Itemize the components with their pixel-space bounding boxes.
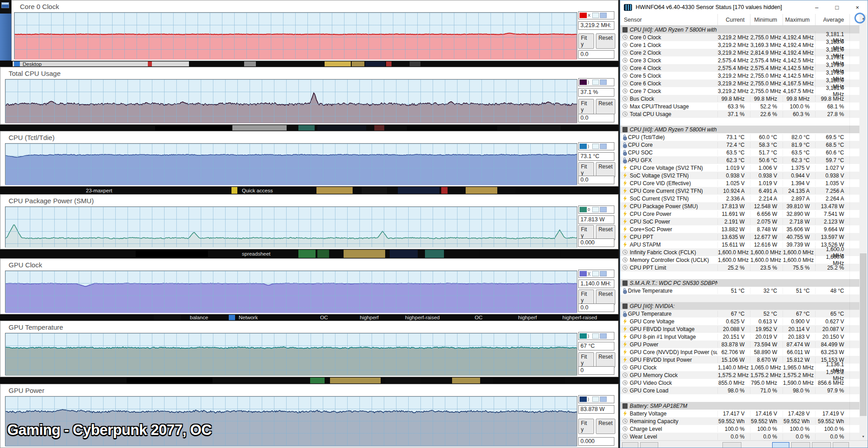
scroll-down-button[interactable]: ▼ bbox=[859, 433, 867, 440]
sensor-row[interactable]: CPU Core Voltage (SVI2 TFN)1.019 V1.006 … bbox=[620, 164, 860, 172]
sensor-row[interactable]: CPU Core VID (Effective)1.025 V1.019 V1.… bbox=[620, 179, 860, 187]
series-color-swatch[interactable] bbox=[580, 144, 587, 149]
reset-button[interactable]: Reset bbox=[596, 419, 615, 434]
sensor-row[interactable]: Memory Controller Clock (UCLK)1,600.0 MH… bbox=[620, 256, 860, 264]
sensor-row[interactable]: Remaining Capacity59.552 Wh59.552 Wh59.5… bbox=[620, 417, 860, 425]
grid-color-swatch[interactable] bbox=[600, 13, 607, 18]
sensor-row[interactable]: GPU Power83.878 W73.594 W87.474 W84.499 … bbox=[620, 341, 860, 348]
column-header-average[interactable]: Average bbox=[815, 14, 849, 25]
section-header-row[interactable]: Battery: SMP AP18E7M bbox=[620, 402, 860, 410]
sensor-row[interactable]: CPU SOC63.5 °C51.7 °C63.5 °C60.6 °C bbox=[620, 149, 860, 156]
sensor-row[interactable]: APU GFX62.3 °C50.6 °C62.3 °C59.7 °C bbox=[620, 156, 860, 164]
sensor-row[interactable]: Total CPU Usage37.1 %22.6 %60.3 %27.8 % bbox=[620, 110, 860, 118]
series-color-swatch[interactable] bbox=[580, 207, 587, 212]
sensor-row[interactable]: GPU Core Load98.0 %71.0 %98.0 %97.9 % bbox=[620, 387, 860, 394]
fit-y-button[interactable]: Fit y bbox=[578, 352, 594, 368]
background-color-swatch[interactable] bbox=[592, 397, 599, 402]
graph-legend[interactable]: ) bbox=[578, 142, 614, 150]
grid-color-swatch[interactable] bbox=[600, 271, 607, 276]
scroll-thumb[interactable] bbox=[860, 253, 867, 416]
sensor-row[interactable]: CPU Core72.4 °C58.3 °C81.9 °C68.5 °C bbox=[620, 141, 860, 149]
series-color-swatch[interactable] bbox=[580, 333, 587, 339]
close-button[interactable]: × bbox=[847, 0, 868, 14]
series-color-swatch[interactable] bbox=[580, 271, 587, 276]
fit-y-button[interactable]: Fit y bbox=[578, 162, 594, 177]
minimize-button[interactable]: – bbox=[807, 0, 827, 14]
background-color-swatch[interactable] bbox=[592, 207, 599, 212]
background-color-swatch[interactable] bbox=[592, 144, 599, 149]
background-color-swatch[interactable] bbox=[592, 271, 599, 276]
sensor-row[interactable]: Max CPU/Thread Usage63.3 %52.2 %100.0 %6… bbox=[620, 103, 860, 110]
background-color-swatch[interactable] bbox=[592, 13, 599, 18]
grid-color-swatch[interactable] bbox=[600, 397, 607, 402]
sensor-row[interactable]: GPU Video Clock855.0 MHz795.0 MHz1,590.0… bbox=[620, 379, 860, 387]
reset-button[interactable]: Reset bbox=[596, 33, 615, 49]
sensor-row[interactable]: CPU (Tctl/Tdie)73.1 °C60.0 °C82.0 °C69.5… bbox=[620, 133, 860, 141]
sensor-row[interactable]: Core 7 Clock3,219.2 MHz2,755.0 MHz4,167.… bbox=[620, 87, 860, 95]
graph-legend[interactable]: )( bbox=[578, 270, 614, 278]
sensor-name-cell: CPU Package Power (SMU) bbox=[620, 203, 717, 210]
sensor-row[interactable]: GPU Temperature67 °C52 °C67 °C65 °C bbox=[620, 310, 860, 317]
fit-y-button[interactable]: Fit y bbox=[578, 419, 594, 434]
reset-button[interactable]: Reset bbox=[596, 352, 615, 368]
reset-button[interactable]: Reset bbox=[596, 99, 615, 114]
graph-legend[interactable]: ) bbox=[578, 332, 614, 340]
reset-button[interactable]: Reset bbox=[596, 289, 615, 305]
sensor-row[interactable]: GPU FBVDD Input Voltage20.088 V19.952 V2… bbox=[620, 325, 860, 333]
toolbar-button[interactable] bbox=[791, 442, 810, 448]
sensor-row[interactable]: GPU Memory Clock1,575.2 MHz1,575.2 MHz1,… bbox=[620, 371, 860, 379]
toolbar-button[interactable] bbox=[772, 442, 789, 448]
sensor-row[interactable]: Bus Clock99.8 MHz99.8 MHz99.8 MHz99.8 MH… bbox=[620, 95, 860, 103]
graph-legend[interactable]: ) bbox=[578, 395, 614, 403]
toolbar-button[interactable] bbox=[812, 442, 831, 448]
fit-y-button[interactable]: Fit y bbox=[578, 33, 594, 49]
fit-y-button[interactable]: Fit y bbox=[578, 99, 594, 114]
sensor-row[interactable]: CPU Core Current (SVI2 TFN)10.924 A6.491… bbox=[620, 187, 860, 195]
grid-color-swatch[interactable] bbox=[600, 144, 607, 149]
series-color-swatch[interactable] bbox=[580, 397, 587, 402]
grid-color-swatch[interactable] bbox=[600, 79, 607, 85]
sensor-row[interactable]: CPU PPT Limit25.2 %23.5 %75.5 %25.2 % bbox=[620, 264, 860, 271]
sensor-row[interactable]: Drive Temperature51 °C32 °C51 °C48 °C bbox=[620, 287, 860, 294]
toolbar-button[interactable] bbox=[622, 442, 638, 448]
column-header-minimum[interactable]: Minimum bbox=[750, 14, 783, 25]
toolbar-button[interactable] bbox=[640, 442, 658, 448]
sensor-row[interactable]: Battery Voltage17.417 V17.416 V17.428 V1… bbox=[620, 410, 860, 417]
grid-color-swatch[interactable] bbox=[600, 333, 607, 339]
sensor-row[interactable]: Wear Level0.0 %0.0 %0.0 %0.0 % bbox=[620, 433, 860, 440]
sensor-row[interactable]: CPU PPT13.635 W12.677 W40.755 W13.597 W bbox=[620, 233, 860, 241]
toolbar-button[interactable] bbox=[833, 442, 849, 448]
row-spacer bbox=[849, 195, 860, 202]
series-color-swatch[interactable] bbox=[580, 13, 587, 18]
section-header-row[interactable]: GPU [#0]: NVIDIA: bbox=[620, 302, 860, 310]
graph-legend[interactable]: ) bbox=[578, 78, 614, 86]
blank-row bbox=[620, 294, 860, 302]
column-header-maximum[interactable]: Maximum bbox=[783, 14, 815, 25]
sensor-row[interactable]: Core+SoC Power13.882 W8.748 W35.606 W9.6… bbox=[620, 225, 860, 233]
column-header-sensor[interactable]: Sensor bbox=[620, 14, 717, 25]
sensor-row[interactable]: GPU 8-pin #1 Input Voltage20.151 V20.019… bbox=[620, 333, 860, 341]
sensor-row[interactable]: SoC Current (SVI2 TFN)2.336 A2.214 A2.89… bbox=[620, 195, 860, 202]
background-color-swatch[interactable] bbox=[592, 333, 599, 339]
titlebar[interactable]: HWiNFO64 v6.40-4330 Sensor Status [170 v… bbox=[620, 0, 868, 14]
graph-legend[interactable]: 0 bbox=[578, 205, 614, 214]
sensor-row[interactable]: GPU Core Voltage0.625 V0.613 V0.900 V0.6… bbox=[620, 317, 860, 325]
background-color-swatch[interactable] bbox=[592, 79, 599, 85]
reset-button[interactable]: Reset bbox=[596, 162, 615, 177]
maximize-button[interactable]: □ bbox=[827, 0, 847, 14]
graph-legend[interactable]: X bbox=[578, 11, 614, 19]
sensor-row[interactable]: CPU Package Power (SMU)17.813 W12.548 W3… bbox=[620, 202, 860, 210]
sensor-row[interactable]: CPU Core Power11.691 W6.656 W32.890 W7.5… bbox=[620, 210, 860, 218]
section-header-row[interactable]: CPU [#0]: AMD Ryzen 7 5800H with Ra... bbox=[620, 126, 860, 133]
sensor-row[interactable]: SoC Voltage (SVI2 TFN)0.938 V0.938 V0.94… bbox=[620, 172, 860, 179]
toolbar-button[interactable] bbox=[722, 442, 741, 448]
column-header-current[interactable]: Current bbox=[717, 14, 750, 25]
sensor-row[interactable]: GPU Core (NVVDD) Input Power (sum)62.706… bbox=[620, 348, 860, 356]
sensor-row[interactable]: Charge Level100.0 %100.0 %100.0 %100.0 % bbox=[620, 425, 860, 433]
fit-y-button[interactable]: Fit y bbox=[578, 289, 594, 305]
section-header-row[interactable]: S.M.A.R.T.: WDC PC SN530 SDBPNPZ-... bbox=[620, 279, 860, 287]
series-color-swatch[interactable] bbox=[580, 79, 587, 85]
vertical-scrollbar[interactable]: ▲ ▼ bbox=[859, 14, 867, 440]
sensor-row[interactable]: CPU SoC Power2.191 W2.075 W2.718 W2.123 … bbox=[620, 218, 860, 225]
grid-color-swatch[interactable] bbox=[600, 207, 607, 212]
